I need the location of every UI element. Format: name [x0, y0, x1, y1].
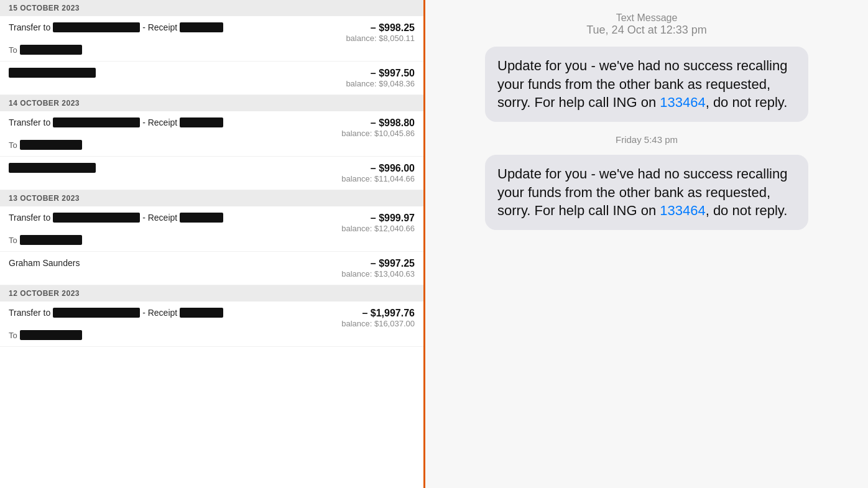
redacted-to — [20, 235, 82, 245]
message-date-label: Tue, 24 Oct at 12:33 pm — [586, 24, 706, 37]
message-text-after-1: , do not reply. — [706, 94, 788, 110]
redacted-receipt — [180, 22, 223, 32]
message-type-label: Text Message — [586, 12, 706, 24]
redacted-receipt — [180, 117, 223, 127]
redacted-name — [53, 308, 140, 318]
transaction-amount: – $998.80 — [371, 117, 415, 129]
transaction-amount: – $997.50 — [371, 68, 415, 79]
transaction-desc — [9, 163, 96, 173]
message-panel: Text Message Tue, 24 Oct at 12:33 pm Upd… — [425, 0, 868, 488]
table-row: – $996.00 balance: $11,044.66 — [0, 157, 423, 190]
redacted-name — [53, 22, 140, 32]
transaction-to: To — [9, 330, 415, 340]
transaction-balance: balance: $9,048.36 — [346, 79, 415, 88]
date-header-oct13: 13 OCTOBER 2023 — [0, 190, 423, 206]
transaction-balance: balance: $16,037.00 — [341, 319, 415, 328]
redacted-name — [9, 163, 96, 173]
table-row: – $997.50 balance: $9,048.36 — [0, 62, 423, 95]
transaction-balance: balance: $12,040.66 — [341, 224, 415, 233]
table-row: Transfer to - Receipt – $999.97 balance:… — [0, 206, 423, 252]
transaction-desc — [9, 68, 96, 78]
transaction-amount: – $999.97 — [371, 213, 415, 224]
date-header-oct14: 14 OCTOBER 2023 — [0, 95, 423, 111]
transaction-to: To — [9, 140, 415, 150]
transaction-desc: Transfer to - Receipt — [9, 117, 223, 127]
transaction-balance: balance: $13,040.63 — [341, 269, 415, 279]
transaction-desc: Transfer to - Receipt — [9, 22, 223, 32]
redacted-name — [9, 68, 96, 78]
message-bubble-1: Update for you - we've had no success re… — [485, 47, 808, 122]
transaction-amount: – $996.00 — [371, 163, 415, 174]
transaction-balance: balance: $11,044.66 — [341, 174, 415, 183]
transaction-amount: – $998.25 — [371, 22, 415, 34]
date-header-oct12: 12 OCTOBER 2023 — [0, 285, 423, 302]
transaction-to: To — [9, 45, 415, 55]
message-time-2: Friday 5:43 pm — [616, 134, 678, 145]
message-text-after-2: , do not reply. — [706, 203, 788, 218]
message-header: Text Message Tue, 24 Oct at 12:33 pm — [586, 12, 706, 37]
table-row: Graham Saunders – $997.25 balance: $13,0… — [0, 252, 423, 285]
redacted-to — [20, 140, 82, 150]
transaction-to: To — [9, 235, 415, 245]
transaction-desc: Transfer to - Receipt — [9, 308, 223, 318]
table-row: Transfer to - Receipt – $998.25 balance:… — [0, 16, 423, 62]
transaction-balance: balance: $8,050.11 — [346, 34, 415, 43]
transaction-list: 15 OCTOBER 2023 Transfer to - Receipt – … — [0, 0, 425, 488]
redacted-receipt — [180, 308, 223, 318]
redacted-to — [20, 45, 82, 55]
ing-phone-link-2[interactable]: 133464 — [660, 203, 705, 218]
redacted-receipt — [180, 213, 223, 223]
date-header-oct15: 15 OCTOBER 2023 — [0, 0, 423, 16]
redacted-to — [20, 330, 82, 340]
table-row: Transfer to - Receipt – $1,997.76 balanc… — [0, 302, 423, 347]
transaction-desc: Transfer to - Receipt — [9, 213, 223, 223]
message-bubble-2: Update for you - we've had no success re… — [485, 155, 808, 230]
ing-phone-link-1[interactable]: 133464 — [660, 94, 705, 110]
redacted-name — [53, 117, 140, 127]
transaction-balance: balance: $10,045.86 — [341, 129, 415, 138]
transaction-amount: – $997.25 — [371, 258, 415, 269]
table-row: Transfer to - Receipt – $998.80 balance:… — [0, 111, 423, 157]
transaction-amount: – $1,997.76 — [362, 308, 415, 319]
transaction-desc: Graham Saunders — [9, 258, 80, 268]
redacted-name — [53, 213, 140, 223]
